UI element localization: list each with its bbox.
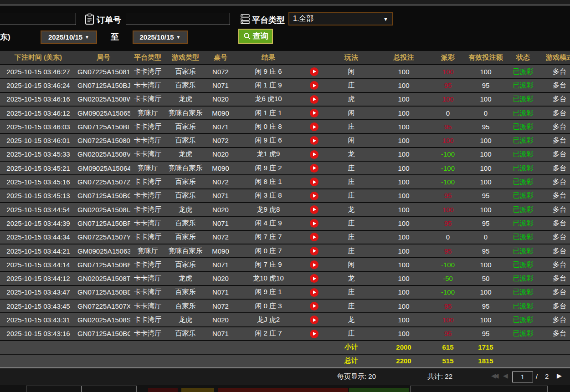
play-video-icon[interactable] <box>310 233 318 241</box>
status: 已派彩 <box>507 78 539 92</box>
date-to-picker[interactable]: 2025/10/15 ▼ <box>133 31 188 44</box>
play-video-icon[interactable] <box>310 109 318 117</box>
replay-cell <box>302 189 326 203</box>
valid-bet: 95 <box>465 120 507 133</box>
next-page-icon[interactable]: ▶ <box>557 372 562 379</box>
first-page-icon[interactable]: ◀◀ <box>491 372 497 379</box>
table-number: M090 <box>206 106 235 120</box>
lower-color-patch <box>181 388 214 392</box>
column-header: 游戏类型 <box>165 51 206 65</box>
table-number: N072 <box>206 230 235 244</box>
previous-page-icon[interactable]: ◀ <box>503 372 508 379</box>
bet-time: 2025-10-15 03:45:21 <box>0 161 77 175</box>
replay-cell <box>302 271 326 285</box>
play-video-icon[interactable] <box>310 192 318 200</box>
clipboard-icon <box>84 13 95 27</box>
play-video-icon[interactable] <box>310 81 318 90</box>
game-type: 百家乐 <box>165 216 206 230</box>
status: 已派彩 <box>507 175 539 188</box>
status: 已派彩 <box>507 203 539 216</box>
valid-bet: 100 <box>465 313 507 326</box>
result: 闲 1 庄 1 <box>235 106 302 120</box>
search-button[interactable]: 查询 <box>238 29 273 44</box>
play-video-icon[interactable] <box>310 205 318 214</box>
table-row: 2025-10-15 03:46:16GN02025A1508W卡卡湾厅龙虎N0… <box>0 92 570 106</box>
result: 闲 9 庄 2 <box>235 161 302 175</box>
status: 已派彩 <box>507 258 539 271</box>
empty-cell <box>235 341 302 354</box>
play-type: 闲 <box>326 65 376 78</box>
replay-cell <box>302 299 326 313</box>
total-bet: 100 <box>376 92 431 106</box>
header-row: 下注时间 (美东)局号平台类型游戏类型桌号结果玩法总投注派彩有效投注额状态游戏模… <box>0 51 570 65</box>
game-mode: 多台 <box>539 203 570 216</box>
round-id: GN07225A1507X <box>77 299 130 313</box>
bet-time: 2025-10-15 03:43:16 <box>0 327 77 341</box>
platform-hall: 卡卡湾厅 <box>130 203 165 216</box>
result: 闲 7 庄 7 <box>235 230 302 244</box>
game-type: 龙虎 <box>165 148 206 161</box>
left-search-input[interactable] <box>0 13 76 25</box>
valid-bet: 95 <box>465 299 507 313</box>
valid-bet: 100 <box>465 133 507 147</box>
play-video-icon[interactable] <box>310 247 318 255</box>
page-separator: / <box>536 372 538 380</box>
game-type: 百家乐 <box>165 78 206 92</box>
status: 已派彩 <box>507 299 539 313</box>
play-video-icon[interactable] <box>310 219 318 228</box>
play-video-icon[interactable] <box>310 164 318 173</box>
order-number-input[interactable] <box>126 13 230 25</box>
round-id: GN02025A1508U <box>77 203 130 216</box>
subtotal-row: 小计20006151715 <box>0 341 570 354</box>
empty-cell <box>206 354 235 368</box>
play-video-icon[interactable] <box>310 274 318 283</box>
date-to-label: 至 <box>111 31 119 42</box>
platform-type-select[interactable]: 1.全部 ▼ <box>288 12 393 25</box>
replay-cell <box>302 175 326 188</box>
play-video-icon[interactable] <box>310 178 318 186</box>
result: 闲 9 庄 6 <box>235 133 302 147</box>
play-video-icon[interactable] <box>310 95 318 104</box>
play-video-icon[interactable] <box>310 316 318 324</box>
play-video-icon[interactable] <box>310 122 318 131</box>
date-from-picker[interactable]: 2025/10/15 ▼ <box>41 31 97 44</box>
status: 已派彩 <box>507 285 539 299</box>
window-top-strip <box>0 0 570 5</box>
play-video-icon[interactable] <box>310 260 318 269</box>
total-bet: 100 <box>376 65 431 78</box>
lower-panel-box <box>26 386 82 392</box>
total-row: 总计22005151815 <box>0 354 570 368</box>
play-video-icon[interactable] <box>310 288 318 297</box>
round-id: GN07225A15081 <box>77 65 130 78</box>
table-number: N071 <box>206 120 235 133</box>
play-video-icon[interactable] <box>310 330 318 338</box>
page-number-input[interactable] <box>512 372 533 382</box>
platform-hall: 卡卡湾厅 <box>130 216 165 230</box>
play-video-icon[interactable] <box>310 67 318 76</box>
valid-bet: 95 <box>465 327 507 341</box>
game-mode: 多台 <box>539 258 570 271</box>
play-video-icon[interactable] <box>310 136 318 145</box>
round-id: GN07125A150BJ <box>77 78 130 92</box>
result: 闲 1 庄 9 <box>235 78 302 92</box>
total-bet: 100 <box>376 78 431 92</box>
table-body: 2025-10-15 03:46:27GN07225A15081卡卡湾厅百家乐N… <box>0 65 570 341</box>
empty-cell <box>507 354 539 368</box>
bet-time: 2025-10-15 03:44:14 <box>0 258 77 271</box>
play-video-icon[interactable] <box>310 150 318 159</box>
column-header: 状态 <box>507 51 539 65</box>
replay-cell <box>302 65 326 78</box>
result: 闲 9 庄 6 <box>235 65 302 78</box>
bet-time: 2025-10-15 03:44:21 <box>0 244 77 258</box>
game-type: 百家乐 <box>165 65 206 78</box>
play-video-icon[interactable] <box>310 302 318 311</box>
result: 龙10 虎10 <box>235 271 302 285</box>
table-row: 2025-10-15 03:43:45GN07225A1507X卡卡湾厅百家乐N… <box>0 299 570 313</box>
round-id: GM09025A15065 <box>77 106 130 120</box>
status: 已派彩 <box>507 271 539 285</box>
status: 已派彩 <box>507 120 539 133</box>
empty-cell <box>0 354 77 368</box>
lower-panel-box <box>82 386 137 392</box>
table-row: 2025-10-15 03:46:01GN07225A15080卡卡湾厅百家乐N… <box>0 133 570 147</box>
result: 闲 2 庄 7 <box>235 327 302 341</box>
